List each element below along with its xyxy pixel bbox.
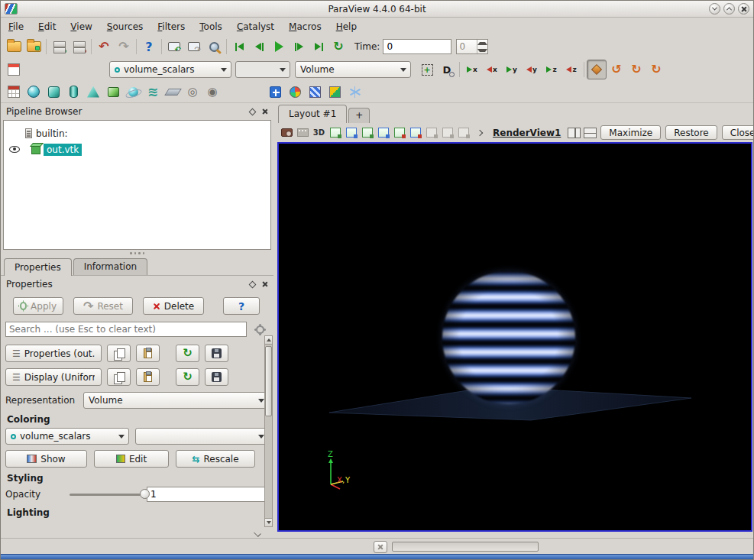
delete-button[interactable]: Delete — [143, 297, 204, 315]
menu-help[interactable]: Help — [336, 21, 357, 32]
view-minus-x-button[interactable]: x — [482, 60, 502, 79]
temporal-filter-button[interactable] — [285, 82, 305, 102]
contour-filter-button[interactable] — [305, 82, 325, 102]
tab-properties[interactable]: Properties — [4, 258, 72, 276]
disk-source-button[interactable] — [183, 82, 202, 102]
save-defaults-button[interactable] — [205, 345, 228, 362]
sphere-source-button[interactable] — [24, 82, 44, 102]
toolbar-overflow-button[interactable] — [472, 125, 487, 140]
toggle-interaction-mode-button[interactable]: 3D — [312, 125, 326, 140]
menu-macros[interactable]: Macros — [289, 21, 322, 32]
reset-button[interactable]: Reset — [73, 297, 133, 315]
camera-undo-button[interactable]: ↶ — [164, 37, 184, 57]
clip-filter-button[interactable] — [325, 82, 345, 102]
play-button[interactable] — [269, 37, 289, 57]
wavelet-source-button[interactable] — [143, 82, 163, 102]
panel-help-button[interactable]: ? — [223, 297, 260, 315]
next-frame-button[interactable] — [289, 37, 309, 57]
render-view-canvas[interactable]: Z X , Y — [277, 142, 752, 532]
rescale-data-range-button[interactable]: D — [437, 60, 457, 79]
camera-redo-button[interactable]: ↷ — [184, 37, 204, 57]
spin-down-icon[interactable] — [477, 49, 487, 52]
redo-button[interactable] — [114, 37, 134, 57]
display-section-button[interactable]: ☰ Display (Uniform — [5, 368, 102, 386]
copy-display-button[interactable] — [107, 368, 131, 386]
split-horizontal-button[interactable] — [567, 125, 581, 140]
rescale-range-button[interactable]: ⇆ Rescale — [176, 450, 255, 468]
scrollbar-track[interactable] — [264, 345, 273, 518]
tab-information[interactable]: Information — [73, 258, 147, 275]
properties-scrollbar[interactable] — [264, 335, 273, 527]
select-frustum-cells-button[interactable] — [360, 125, 374, 140]
previous-frame-button[interactable] — [249, 37, 269, 57]
open-file-button[interactable] — [4, 37, 24, 57]
representation-combo[interactable]: Volume — [295, 61, 411, 78]
select-block-button[interactable] — [424, 125, 438, 140]
paste-display-button[interactable] — [136, 368, 160, 386]
menu-view[interactable]: View — [70, 21, 92, 32]
reset-camera-rotation-button[interactable] — [646, 60, 666, 79]
restore-view-button[interactable]: Restore — [665, 125, 717, 140]
interactive-select-points-button[interactable] — [456, 125, 471, 140]
rotate-90-ccw-button[interactable] — [607, 60, 626, 79]
view-plus-z-button[interactable]: z — [542, 60, 561, 79]
connect-server-button[interactable] — [49, 37, 69, 57]
select-polygon-points-button[interactable] — [408, 125, 422, 140]
select-points-rect-button[interactable] — [344, 125, 358, 140]
menu-edit[interactable]: Edit — [38, 21, 56, 32]
visibility-eye-icon[interactable] — [9, 146, 20, 153]
view-plus-x-button[interactable]: x — [462, 60, 482, 79]
view-minus-z-button[interactable]: z — [561, 60, 581, 79]
shade-button[interactable] — [709, 3, 720, 15]
spreadsheet-button[interactable] — [4, 82, 24, 102]
select-cells-rect-button[interactable] — [328, 125, 342, 140]
menu-sources[interactable]: Sources — [107, 21, 143, 32]
add-layout-tab[interactable]: + — [348, 108, 370, 123]
titlebar[interactable]: ParaView 4.4.0 64-bit — [1, 1, 753, 18]
zoom-to-data-button[interactable]: + — [417, 60, 437, 79]
last-frame-button[interactable] — [309, 37, 328, 57]
tree-row[interactable]: out.vtk — [4, 141, 270, 157]
paste-properties-button[interactable] — [136, 345, 160, 362]
abort-progress-button[interactable] — [374, 541, 387, 553]
save-display-defaults-button[interactable] — [205, 368, 228, 386]
ringed-sphere-button[interactable] — [123, 82, 143, 102]
split-vertical-button[interactable] — [583, 125, 597, 140]
view-minus-y-button[interactable]: y — [522, 60, 542, 79]
frame-input[interactable] — [457, 40, 477, 53]
color-array-combo[interactable]: volume_scalars — [109, 61, 231, 78]
menu-tools[interactable]: Tools — [199, 21, 222, 32]
color-legend-toggle-button[interactable] — [4, 60, 24, 79]
component-combo[interactable] — [235, 61, 290, 78]
reload-display-button[interactable] — [176, 368, 199, 386]
interaction-mode-button[interactable] — [204, 37, 224, 57]
scroll-more-icon[interactable] — [254, 529, 261, 537]
capture-screenshot-button[interactable] — [280, 125, 294, 140]
spin-up-icon[interactable] — [477, 42, 487, 45]
coloring-array-combo[interactable]: volume_scalars — [5, 428, 129, 445]
rotate-90-cw-button[interactable] — [626, 60, 646, 79]
pipeline-tree[interactable]: builtin: out.vtk — [3, 120, 271, 250]
dock-splitter[interactable] — [1, 250, 273, 257]
calculator-filter-button[interactable] — [265, 82, 285, 102]
opacity-input[interactable] — [147, 487, 269, 502]
isometric-view-button[interactable] — [587, 60, 607, 79]
search-input[interactable] — [5, 322, 247, 337]
undo-button[interactable] — [94, 37, 114, 57]
tree-row[interactable]: builtin: — [4, 125, 270, 141]
apply-button[interactable]: Apply — [13, 297, 63, 315]
time-input[interactable] — [383, 39, 451, 54]
help-button[interactable]: ? — [139, 37, 159, 57]
cone-source-button[interactable] — [83, 82, 103, 102]
properties-section-button[interactable]: ☰ Properties (out. — [5, 345, 102, 362]
show-scalar-bar-button[interactable]: Show — [5, 450, 87, 468]
save-animation-button[interactable] — [296, 125, 310, 140]
select-polygon-cells-button[interactable] — [392, 125, 406, 140]
menu-file[interactable]: File — [8, 21, 24, 32]
close-window-button[interactable] — [738, 3, 749, 15]
tab-layout-1[interactable]: Layout #1 — [278, 105, 347, 123]
copy-properties-button[interactable] — [107, 345, 131, 362]
select-frustum-points-button[interactable] — [376, 125, 390, 140]
scroll-down-button[interactable] — [264, 518, 273, 527]
box-source-button[interactable] — [103, 82, 123, 102]
